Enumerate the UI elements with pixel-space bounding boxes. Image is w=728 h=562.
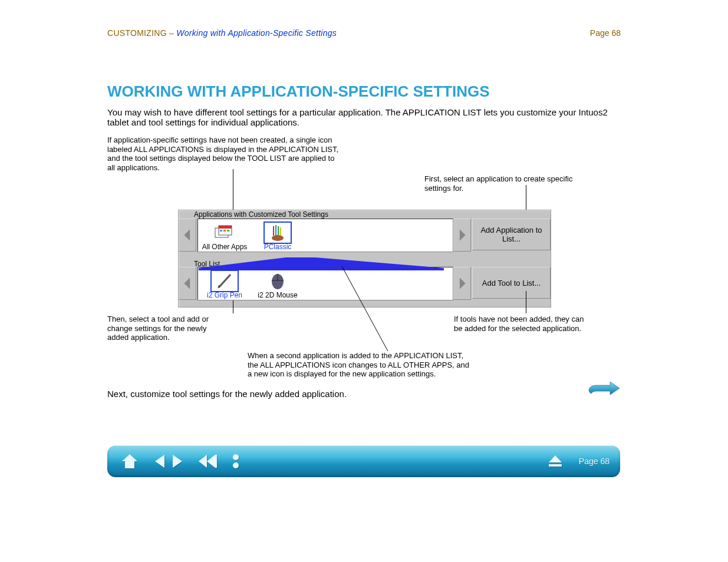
tools-scroll-right-button[interactable] — [453, 267, 471, 300]
add-tool-button[interactable]: Add Tool to List... — [472, 267, 551, 299]
svg-point-7 — [272, 235, 284, 241]
tools-list: i2 Grip Pen i2 2D Mouse — [197, 267, 453, 300]
mouse-icon — [265, 271, 291, 291]
svg-line-14 — [219, 275, 230, 287]
bottom-nav-bar: Page 68 — [107, 445, 620, 477]
svg-marker-0 — [184, 229, 190, 241]
applications-list: All Other Apps PClassic — [197, 219, 453, 252]
svg-rect-4 — [220, 230, 222, 232]
svg-marker-25 — [199, 455, 207, 468]
chevron-right-icon — [458, 277, 466, 289]
chevron-right-icon — [458, 229, 466, 241]
leader-line — [526, 291, 526, 313]
svg-rect-31 — [549, 464, 562, 467]
apps-scroll-right-button[interactable] — [453, 219, 471, 252]
page-title: WORKING WITH APPLICATION-SPECIFIC SETTIN… — [107, 82, 490, 101]
tool-item-grip-pen[interactable]: i2 Grip Pen — [198, 271, 251, 299]
svg-point-28 — [233, 454, 239, 460]
breadcrumb-prefix: CUSTOMIZING – — [107, 28, 176, 38]
nav-more-button[interactable] — [230, 449, 242, 473]
svg-marker-26 — [207, 455, 215, 468]
svg-point-29 — [233, 462, 239, 468]
closing-paragraph: Next, customize tool settings for the ne… — [107, 389, 561, 399]
breadcrumb-link[interactable]: Working with Application-Specific Settin… — [176, 28, 337, 38]
callout-select-tool: Then, select a tool and add or change se… — [107, 315, 225, 342]
tool-item-label: i2 Grip Pen — [198, 291, 251, 299]
app-item-label: All Other Apps — [198, 243, 251, 251]
svg-rect-10 — [278, 226, 279, 236]
svg-rect-27 — [215, 455, 217, 468]
svg-rect-3 — [219, 226, 232, 229]
tools-scroll-left-button[interactable] — [179, 267, 196, 300]
stacked-windows-icon — [212, 223, 238, 243]
next-page-arrow-icon[interactable] — [588, 382, 621, 398]
callout-add-tools: If tools have not been added, they can b… — [454, 315, 589, 333]
svg-rect-5 — [223, 230, 226, 232]
leader-line — [233, 300, 233, 313]
svg-rect-8 — [273, 226, 274, 236]
callout-second-app: When a second application is added to th… — [248, 351, 472, 379]
svg-marker-12 — [460, 229, 466, 241]
applications-row: Applications with Customized Tool Settin… — [179, 210, 551, 259]
nav-forward-button[interactable] — [170, 449, 185, 473]
svg-rect-6 — [227, 230, 229, 232]
settings-panel: Applications with Customized Tool Settin… — [178, 210, 551, 308]
svg-rect-9 — [275, 225, 276, 236]
nav-eject-button[interactable] — [543, 449, 567, 473]
add-application-button[interactable]: Add Application to List... — [472, 219, 551, 250]
tool-item-label: i2 2D Mouse — [251, 291, 304, 299]
callout-all-applications: If application-specific settings have no… — [107, 135, 343, 172]
svg-marker-22 — [122, 454, 137, 468]
apps-scroll-left-button[interactable] — [179, 219, 196, 252]
applications-row-label: Applications with Customized Tool Settin… — [194, 210, 328, 219]
chevron-left-icon — [183, 277, 192, 289]
svg-marker-24 — [173, 455, 182, 468]
app-item-label: PClassic — [251, 243, 304, 251]
paint-brushes-icon — [265, 223, 291, 243]
app-item-all-other[interactable]: All Other Apps — [198, 223, 251, 251]
tools-row: Tool List i2 Grip Pen i2 2D Mouse Add To… — [179, 259, 551, 307]
svg-marker-30 — [549, 455, 562, 462]
nav-page-number: Page 68 — [579, 457, 610, 466]
tool-item-2d-mouse[interactable]: i2 2D Mouse — [251, 271, 304, 299]
pen-icon — [212, 271, 238, 291]
app-item-pclassic[interactable]: PClassic — [251, 223, 304, 251]
breadcrumb: CUSTOMIZING – Working with Application-S… — [107, 28, 337, 38]
nav-home-button[interactable] — [118, 449, 141, 473]
svg-rect-11 — [280, 227, 281, 236]
svg-marker-13 — [184, 277, 190, 289]
callout-select-app: First, select an application to create s… — [424, 174, 589, 193]
chevron-left-icon — [183, 229, 192, 241]
intro-paragraph: You may wish to have different tool sett… — [107, 107, 620, 128]
nav-back-button[interactable] — [152, 449, 167, 473]
svg-marker-23 — [155, 455, 164, 468]
page-number-top: Page 68 — [590, 28, 621, 38]
svg-marker-19 — [460, 277, 466, 289]
nav-rewind-button[interactable] — [196, 449, 219, 473]
